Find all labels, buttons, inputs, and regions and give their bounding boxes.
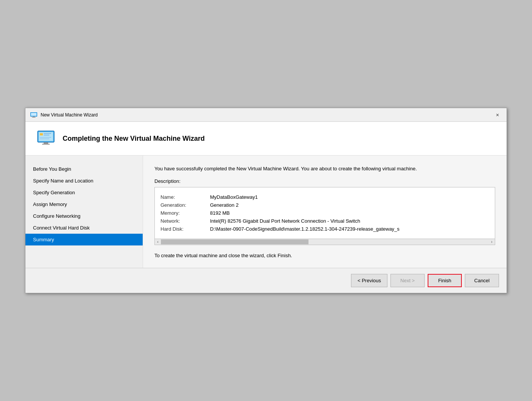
summary-row-value: Generation 2 <box>210 201 489 209</box>
svg-rect-13 <box>44 142 48 144</box>
scroll-track <box>161 239 489 245</box>
close-button[interactable]: × <box>493 110 502 120</box>
sidebar-item-specify-generation[interactable]: Specify Generation <box>25 187 143 198</box>
summary-row: Network:Intel(R) 82576 Gigabit Dual Port… <box>161 217 489 225</box>
sidebar-item-assign-memory[interactable]: Assign Memory <box>25 198 143 210</box>
summary-row: Memory:8192 MB <box>161 209 489 217</box>
svg-rect-4 <box>32 117 36 118</box>
summary-box: Name:MyDataBoxGateway1Generation:Generat… <box>154 187 495 239</box>
summary-row-label: Memory: <box>161 209 210 217</box>
cancel-button[interactable]: Cancel <box>465 274 499 287</box>
summary-row-label: Hard Disk: <box>161 225 210 233</box>
summary-row-value: D:\Master-0907-CodeSignedBuild\master.1.… <box>210 225 489 233</box>
footer-area: < Previous Next > Finish Cancel <box>25 268 507 293</box>
summary-table: Name:MyDataBoxGateway1Generation:Generat… <box>161 193 489 233</box>
description-label: Description: <box>154 178 495 184</box>
scroll-right-button[interactable]: › <box>489 239 495 245</box>
header-title: Completing the New Virtual Machine Wizar… <box>63 135 205 143</box>
sidebar-item-configure-networking[interactable]: Configure Networking <box>25 210 143 222</box>
svg-rect-12 <box>40 138 49 139</box>
sidebar-item-before-you-begin[interactable]: Before You Begin <box>25 163 143 175</box>
svg-rect-8 <box>40 133 43 135</box>
wizard-window: New Virtual Machine Wizard × Completing … <box>25 108 507 293</box>
main-content: You have successfully completed the New … <box>143 156 507 268</box>
svg-rect-10 <box>44 135 49 135</box>
previous-button[interactable]: < Previous <box>351 274 387 287</box>
summary-row-value: Intel(R) 82576 Gigabit Dual Port Network… <box>210 217 489 225</box>
summary-row-label: Name: <box>161 193 210 201</box>
sidebar-item-summary[interactable]: Summary <box>25 234 143 245</box>
summary-row: Hard Disk:D:\Master-0907-CodeSignedBuild… <box>161 225 489 233</box>
title-bar: New Virtual Machine Wizard × <box>25 108 507 122</box>
summary-row-value: MyDataBoxGateway1 <box>210 193 489 201</box>
summary-row-value: 8192 MB <box>210 209 489 217</box>
horizontal-scrollbar[interactable]: ‹ › <box>154 239 495 245</box>
title-bar-left: New Virtual Machine Wizard <box>30 112 98 118</box>
window-title: New Virtual Machine Wizard <box>41 112 98 118</box>
scroll-left-button[interactable]: ‹ <box>155 239 161 245</box>
svg-rect-3 <box>33 116 35 117</box>
intro-text: You have successfully completed the New … <box>154 165 495 173</box>
header-area: Completing the New Virtual Machine Wizar… <box>25 122 507 156</box>
finish-button[interactable]: Finish <box>428 274 462 287</box>
window-icon <box>30 112 38 118</box>
summary-row-label: Network: <box>161 217 210 225</box>
next-button[interactable]: Next > <box>390 274 425 287</box>
svg-rect-11 <box>40 137 51 138</box>
svg-rect-2 <box>31 113 36 116</box>
summary-row: Generation:Generation 2 <box>161 201 489 209</box>
scroll-thumb[interactable] <box>161 239 308 244</box>
svg-rect-9 <box>44 133 51 134</box>
sidebar-item-specify-name[interactable]: Specify Name and Location <box>25 175 143 187</box>
summary-row-label: Generation: <box>161 201 210 209</box>
content-area: Before You Begin Specify Name and Locati… <box>25 156 507 268</box>
sidebar: Before You Begin Specify Name and Locati… <box>25 156 143 268</box>
sidebar-item-connect-vhd[interactable]: Connect Virtual Hard Disk <box>25 222 143 234</box>
svg-rect-14 <box>42 144 50 145</box>
summary-row: Name:MyDataBoxGateway1 <box>161 193 489 201</box>
finish-text: To create the virtual machine and close … <box>154 253 495 258</box>
wizard-icon <box>37 129 55 148</box>
